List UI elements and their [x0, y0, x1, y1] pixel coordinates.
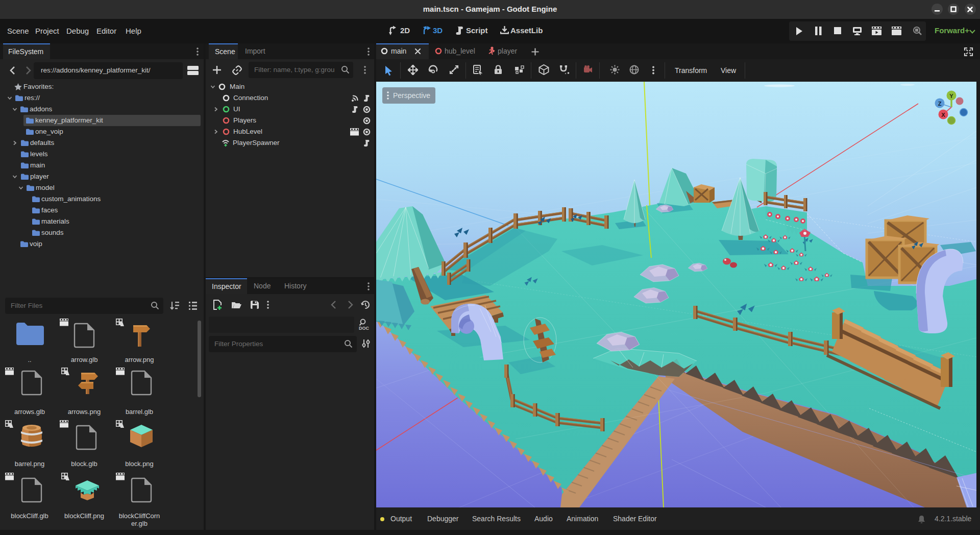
svg-text:DOC: DOC [359, 326, 369, 331]
svg-text:Perspective: Perspective [393, 91, 430, 100]
svg-text:Y: Y [949, 93, 953, 99]
svg-text:X: X [941, 112, 945, 118]
svg-text:Z: Z [938, 101, 942, 107]
